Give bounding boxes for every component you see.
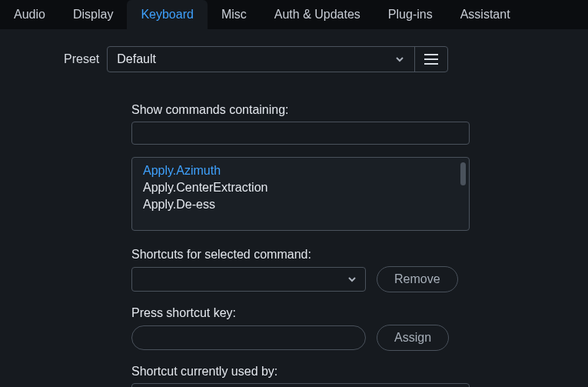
used-by-select[interactable] (131, 383, 470, 387)
shortcuts-block: Shortcuts for selected command: Remove (131, 248, 470, 292)
scrollbar-thumb[interactable] (460, 162, 466, 185)
command-list[interactable]: Apply.Azimuth Apply.CenterExtraction App… (131, 157, 470, 231)
press-block: Press shortcut key: Assign (131, 306, 470, 351)
tab-assistant[interactable]: Assistant (447, 0, 524, 29)
tab-keyboard[interactable]: Keyboard (127, 0, 208, 29)
tab-bar: Audio Display Keyboard Misc Auth & Updat… (0, 0, 588, 29)
press-label: Press shortcut key: (131, 306, 470, 320)
preset-control: Default (107, 46, 448, 72)
tab-plugins[interactable]: Plug-ins (374, 0, 447, 29)
preset-value: Default (117, 52, 156, 66)
tab-display[interactable]: Display (59, 0, 127, 29)
press-shortcut-input[interactable] (131, 325, 366, 350)
shortcuts-label: Shortcuts for selected command: (131, 248, 470, 262)
filter-input[interactable] (131, 122, 470, 145)
hamburger-icon (424, 54, 438, 65)
filter-block: Show commands containing: (131, 103, 470, 145)
list-item[interactable]: Apply.Azimuth (132, 162, 469, 179)
assign-button[interactable]: Assign (377, 325, 449, 351)
chevron-down-icon (394, 54, 405, 65)
used-by-block: Shortcut currently used by: (131, 365, 470, 387)
remove-button[interactable]: Remove (377, 266, 458, 292)
preset-row: Preset Default (64, 46, 566, 72)
tab-auth-updates[interactable]: Auth & Updates (261, 0, 374, 29)
filter-label: Show commands containing: (131, 103, 470, 117)
tab-misc[interactable]: Misc (208, 0, 261, 29)
list-item[interactable]: Apply.CenterExtraction (132, 179, 469, 196)
preset-menu-button[interactable] (415, 47, 447, 72)
used-by-label: Shortcut currently used by: (131, 365, 470, 379)
list-item[interactable]: Apply.De-ess (132, 196, 469, 213)
shortcuts-select[interactable] (131, 267, 366, 292)
preset-label: Preset (64, 52, 99, 66)
preset-select[interactable]: Default (108, 47, 414, 72)
tab-audio[interactable]: Audio (0, 0, 59, 29)
chevron-down-icon (347, 274, 357, 285)
